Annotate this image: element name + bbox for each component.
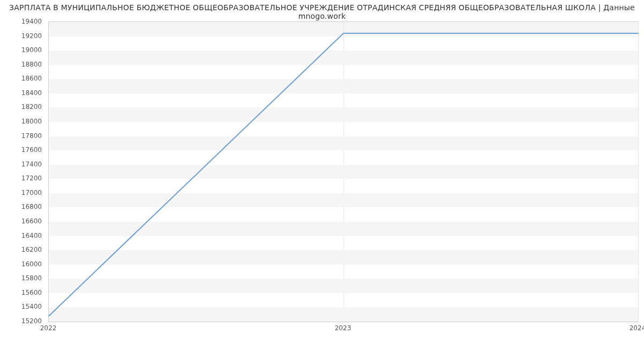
- series-line: [49, 33, 638, 316]
- y-tick-label: 18600: [0, 75, 45, 82]
- y-tick-label: 19000: [0, 46, 45, 54]
- y-tick-label: 15200: [0, 317, 45, 325]
- y-tick-label: 18800: [0, 61, 45, 68]
- grid-vertical: [638, 22, 639, 322]
- y-tick-label: 17800: [0, 132, 45, 140]
- plot-area: [48, 21, 639, 322]
- x-tick-label: 2023: [335, 324, 352, 332]
- y-tick-label: 17200: [0, 174, 45, 182]
- x-tick-label: 2022: [40, 324, 57, 332]
- y-tick-label: 17400: [0, 161, 45, 168]
- chart-title: ЗАРПЛАТА В МУНИЦИПАЛЬНОЕ БЮДЖЕТНОЕ ОБЩЕО…: [0, 3, 644, 20]
- y-tick-label: 16400: [0, 232, 45, 239]
- x-axis-ticks: 202220232024: [48, 324, 639, 335]
- chart-container: ЗАРПЛАТА В МУНИЦИПАЛЬНОЕ БЮДЖЕТНОЕ ОБЩЕО…: [0, 0, 644, 349]
- y-tick-label: 16200: [0, 246, 45, 253]
- y-tick-label: 17000: [0, 189, 45, 197]
- y-tick-label: 16600: [0, 217, 45, 225]
- y-tick-label: 19400: [0, 18, 45, 25]
- y-tick-label: 16000: [0, 260, 45, 268]
- line-layer: [49, 22, 638, 322]
- y-tick-label: 19200: [0, 32, 45, 40]
- y-tick-label: 15600: [0, 289, 45, 296]
- y-tick-label: 18200: [0, 103, 45, 111]
- y-tick-label: 15400: [0, 303, 45, 310]
- x-tick-label: 2024: [630, 324, 644, 332]
- y-tick-label: 17600: [0, 146, 45, 154]
- y-axis-ticks: 1520015400156001580016000162001640016600…: [0, 21, 45, 322]
- y-tick-label: 16800: [0, 203, 45, 210]
- y-tick-label: 15800: [0, 274, 45, 282]
- y-tick-label: 18400: [0, 89, 45, 97]
- y-tick-label: 18000: [0, 118, 45, 125]
